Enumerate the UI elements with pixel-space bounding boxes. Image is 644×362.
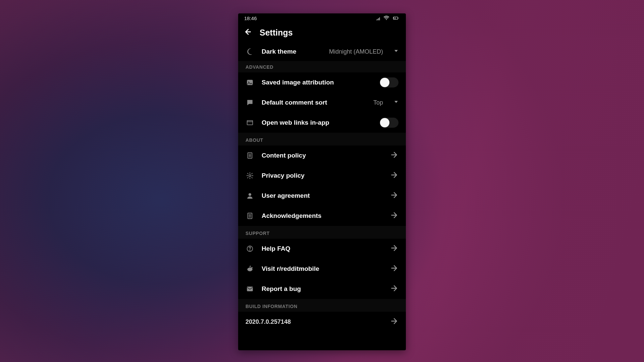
arrow-right-icon	[390, 171, 398, 181]
page-title: Settings	[260, 28, 293, 38]
gear-icon	[246, 171, 254, 180]
link-help-faq[interactable]: Help FAQ	[238, 239, 406, 259]
arrow-right-icon	[390, 211, 398, 221]
document-icon	[246, 151, 254, 160]
setting-open-web-links[interactable]: Open web links in-app	[238, 113, 406, 133]
dropdown-icon	[392, 49, 398, 55]
document-icon	[246, 212, 254, 220]
link-content-policy[interactable]: Content policy	[238, 145, 406, 166]
signal-icon	[376, 15, 381, 21]
link-label: Help FAQ	[262, 245, 382, 252]
link-acknowledgements[interactable]: Acknowledgements	[238, 206, 406, 226]
setting-label: Open web links in-app	[262, 119, 372, 126]
phone-frame: 18:46 52 Settings Dark theme Midnight (A…	[238, 13, 406, 350]
section-advanced: ADVANCED	[238, 61, 406, 72]
arrow-right-icon	[390, 244, 398, 254]
image-icon	[246, 78, 254, 87]
section-about: ABOUT	[238, 133, 406, 145]
status-bar: 18:46 52	[238, 13, 406, 23]
dropdown-icon	[392, 100, 398, 106]
mail-icon	[246, 285, 254, 293]
setting-label: Default comment sort	[262, 99, 366, 106]
browser-icon	[246, 118, 254, 127]
build-version: 2020.7.0.257148	[246, 318, 382, 325]
setting-saved-image-attribution[interactable]: Saved image attribution	[238, 72, 406, 93]
link-label: Report a bug	[262, 285, 382, 293]
toggle-open-links[interactable]	[380, 118, 398, 128]
arrow-right-icon	[390, 150, 398, 161]
moon-icon	[246, 47, 254, 56]
link-report-bug[interactable]: Report a bug	[238, 279, 406, 299]
arrow-right-icon	[390, 264, 398, 274]
status-icons: 52	[376, 15, 400, 21]
setting-default-comment-sort[interactable]: Default comment sort Top	[238, 93, 406, 113]
toggle-saved-image[interactable]	[380, 77, 398, 87]
link-label: User agreement	[262, 192, 382, 199]
arrow-right-icon	[390, 317, 398, 327]
link-visit-redditmobile[interactable]: Visit r/redditmobile	[238, 259, 406, 279]
battery-icon: 52	[392, 15, 400, 21]
link-label: Privacy policy	[262, 172, 382, 179]
user-icon	[246, 191, 254, 200]
link-privacy-policy[interactable]: Privacy policy	[238, 166, 406, 186]
back-button[interactable]	[244, 27, 252, 38]
battery-text: 52	[393, 17, 396, 20]
link-label: Acknowledgements	[262, 212, 382, 220]
arrow-right-icon	[390, 191, 398, 201]
arrow-right-icon	[390, 284, 398, 294]
setting-label: Saved image attribution	[262, 79, 372, 86]
section-build: BUILD INFORMATION	[238, 299, 406, 312]
link-label: Visit r/redditmobile	[262, 265, 382, 273]
help-icon	[246, 244, 254, 253]
build-version-row[interactable]: 2020.7.0.257148	[238, 312, 406, 332]
wifi-icon	[383, 15, 389, 21]
setting-value: Top	[373, 99, 383, 106]
link-label: Content policy	[262, 152, 382, 159]
link-user-agreement[interactable]: User agreement	[238, 186, 406, 206]
setting-label: Dark theme	[262, 48, 322, 55]
app-bar: Settings	[238, 23, 406, 42]
status-time: 18:46	[244, 15, 257, 21]
comment-icon	[246, 98, 254, 107]
section-support: SUPPORT	[238, 226, 406, 239]
setting-dark-theme[interactable]: Dark theme Midnight (AMOLED)	[238, 42, 406, 61]
setting-value: Midnight (AMOLED)	[329, 48, 383, 55]
reddit-icon	[246, 264, 254, 273]
